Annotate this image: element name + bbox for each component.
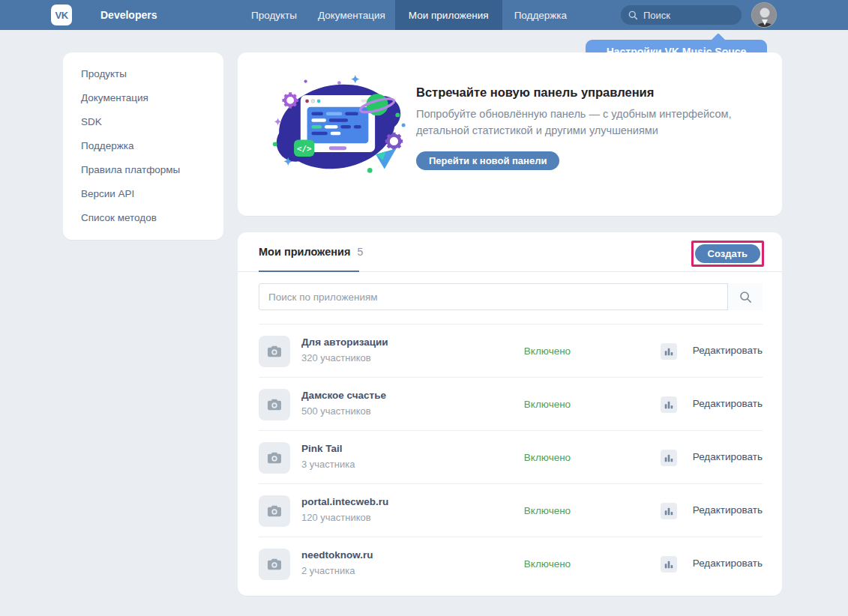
nav-item-my-apps[interactable]: Мои приложения — [395, 0, 502, 30]
sidebar-item-support[interactable]: Поддержка — [63, 134, 223, 158]
app-row: Дамское счастье 500 участников Включено … — [259, 377, 763, 430]
sidebar-item-platform-rules[interactable]: Правила платформы — [63, 158, 223, 182]
my-apps-card: Мои приложения5 Создать Для авторизации … — [238, 232, 782, 596]
app-name[interactable]: needtoknow.ru — [301, 549, 373, 561]
camera-icon — [266, 503, 283, 519]
bar-chart-icon — [664, 559, 674, 570]
apps-search-input[interactable] — [259, 283, 763, 310]
create-button-highlight: Создать — [691, 241, 764, 267]
bar-chart-icon — [664, 346, 674, 357]
bar-chart-icon — [664, 506, 674, 516]
app-status: Включено — [484, 452, 611, 463]
statistics-button[interactable] — [661, 450, 677, 466]
app-name[interactable]: Pink Tail — [301, 443, 343, 454]
svg-text:</>: </> — [297, 144, 311, 154]
sidebar: Продукты Документация SDK Поддержка Прав… — [63, 52, 223, 240]
go-to-new-panel-button[interactable]: Перейти к новой панели — [416, 151, 559, 170]
apps-header: Мои приложения5 Создать — [238, 232, 782, 272]
sidebar-item-documentation[interactable]: Документация — [63, 86, 223, 110]
app-members: 3 участника — [301, 459, 355, 470]
tab-my-apps[interactable]: Мои приложения5 — [259, 232, 363, 271]
brand-title: Developers — [100, 0, 157, 30]
dashboard-illustration: </> — [268, 70, 406, 181]
top-navbar: VK Developers Продукты Документация Мои … — [0, 0, 848, 30]
create-app-button[interactable]: Создать — [695, 244, 760, 263]
nav-item-products[interactable]: Продукты — [251, 0, 297, 30]
apps-search-bar — [259, 283, 763, 310]
app-avatar[interactable] — [259, 389, 290, 420]
edit-app-link[interactable]: Редактировать — [693, 451, 763, 462]
app-members: 120 участников — [301, 512, 371, 523]
edit-app-link[interactable]: Редактировать — [693, 558, 763, 569]
navbar-search-input[interactable]: Поиск — [621, 5, 742, 25]
bar-chart-icon — [664, 399, 674, 410]
nav-item-support[interactable]: Поддержка — [514, 0, 567, 30]
statistics-button[interactable] — [661, 503, 677, 519]
app-status: Включено — [484, 505, 611, 516]
app-row: needtoknow.ru 2 участника Включено Редак… — [259, 537, 763, 590]
bar-chart-icon — [664, 453, 674, 463]
camera-icon — [266, 450, 283, 466]
sidebar-item-sdk[interactable]: SDK — [63, 110, 223, 134]
app-status: Включено — [484, 345, 611, 357]
tab-my-apps-label: Мои приложения — [259, 246, 350, 258]
app-members: 2 участника — [301, 565, 355, 576]
banner-description: Попробуйте обновлённую панель — с удобны… — [416, 106, 751, 139]
magnifier-icon — [739, 291, 752, 304]
camera-icon — [266, 556, 283, 573]
statistics-button[interactable] — [661, 396, 677, 413]
camera-icon — [266, 343, 283, 360]
app-row: Для авторизации 320 участников Включено … — [259, 324, 763, 377]
user-avatar[interactable] — [751, 2, 777, 28]
vk-logo-icon[interactable]: VK — [51, 4, 72, 25]
app-row: portal.intecweb.ru 120 участников Включе… — [259, 483, 763, 537]
sidebar-item-api-versions[interactable]: Версии API — [63, 182, 223, 206]
app-avatar[interactable] — [259, 336, 290, 367]
new-panel-banner: </> Встречайте новую панель управления П… — [238, 52, 782, 216]
app-name[interactable]: portal.intecweb.ru — [301, 496, 388, 507]
app-status: Включено — [484, 399, 611, 410]
tab-my-apps-count: 5 — [357, 246, 363, 258]
magnifier-icon — [628, 10, 638, 20]
app-name[interactable]: Для авторизации — [301, 336, 388, 348]
app-avatar[interactable] — [259, 442, 290, 474]
sidebar-item-methods-list[interactable]: Список методов — [63, 206, 223, 230]
statistics-button[interactable] — [661, 556, 677, 573]
app-avatar[interactable] — [259, 495, 290, 527]
sidebar-item-products[interactable]: Продукты — [63, 62, 223, 86]
app-members: 500 участников — [301, 405, 371, 417]
navbar-search-placeholder: Поиск — [643, 10, 670, 21]
app-members: 320 участников — [301, 352, 371, 363]
edit-app-link[interactable]: Редактировать — [693, 398, 763, 409]
active-tab-underline — [259, 271, 359, 272]
edit-app-link[interactable]: Редактировать — [693, 345, 763, 356]
user-photo-icon — [752, 3, 777, 28]
app-status: Включено — [484, 558, 611, 570]
app-avatar[interactable] — [259, 549, 290, 580]
banner-title: Встречайте новую панель управления — [416, 85, 751, 100]
banner-text-block: Встречайте новую панель управления Попро… — [416, 85, 751, 170]
main-nav: Продукты Документация Мои приложения Под… — [251, 0, 567, 30]
camera-icon — [266, 396, 283, 413]
app-row: Pink Tail 3 участника Включено Редактиро… — [259, 430, 763, 483]
nav-item-documentation[interactable]: Документация — [318, 0, 385, 30]
apps-search-button[interactable] — [727, 283, 763, 310]
app-list: Для авторизации 320 участников Включено … — [259, 324, 763, 590]
edit-app-link[interactable]: Редактировать — [693, 504, 763, 516]
app-name[interactable]: Дамское счастье — [301, 390, 386, 401]
statistics-button[interactable] — [661, 343, 677, 360]
